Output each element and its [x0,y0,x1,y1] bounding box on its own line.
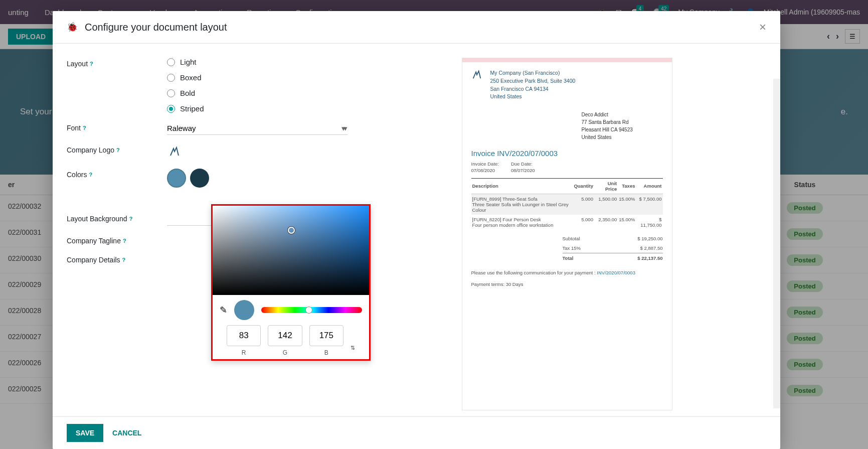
b-input[interactable] [309,325,343,346]
help-icon[interactable]: ? [90,61,93,67]
radio-icon [167,105,175,113]
color-preview [234,300,254,320]
radio-light[interactable]: Light [167,58,348,66]
label-font: Font [67,124,81,132]
help-icon[interactable]: ? [129,216,133,222]
label-details: Company Details [67,256,120,264]
help-icon[interactable]: ? [89,172,92,178]
help-icon[interactable]: ? [122,257,126,263]
color-mode-toggle-icon[interactable]: ⇅ [351,345,355,351]
document-preview: My Company (San Francisco) 250 Executive… [462,58,672,410]
eyedropper-icon[interactable]: ✎ [220,305,227,316]
label-tagline: Company Tagline [67,237,121,245]
g-input[interactable] [268,325,302,346]
radio-bold[interactable]: Bold [167,89,348,97]
font-select[interactable]: Raleway▾ [167,122,348,135]
bug-icon[interactable]: 🐞 [67,22,78,33]
primary-color-swatch[interactable] [167,169,186,188]
radio-striped[interactable]: Striped [167,104,348,113]
preview-logo-icon [471,69,482,80]
r-input[interactable] [227,325,261,346]
cancel-button[interactable]: CANCEL [112,429,141,437]
secondary-color-swatch[interactable] [190,169,209,188]
radio-icon [167,89,175,97]
preview-invoice-title: Invoice INV/2020/07/0003 [462,144,672,161]
saturation-lightness-field[interactable] [213,206,369,295]
save-button[interactable]: SAVE [67,424,103,442]
company-logo-preview[interactable] [167,144,182,159]
label-colors: Colors [67,171,87,179]
color-picker: ✎ R G B ⇅ [211,204,371,361]
hue-handle-icon[interactable] [305,307,312,314]
help-icon[interactable]: ? [83,125,86,131]
close-button[interactable]: × [759,20,766,34]
radio-icon [167,58,175,66]
radio-icon [167,74,175,82]
document-layout-modal: 🐞 Configure your document layout × Layou… [53,11,780,449]
modal-title: Configure your document layout [85,22,227,33]
hue-slider[interactable] [261,307,362,313]
help-icon[interactable]: ? [116,147,120,153]
label-layout: Layout [67,60,88,68]
help-icon[interactable]: ? [123,238,126,244]
picker-cursor-icon[interactable] [288,227,295,234]
label-bg: Layout Background [67,215,127,223]
radio-boxed[interactable]: Boxed [167,73,348,82]
label-logo: Company Logo [67,146,114,154]
scrollbar[interactable] [773,79,780,408]
